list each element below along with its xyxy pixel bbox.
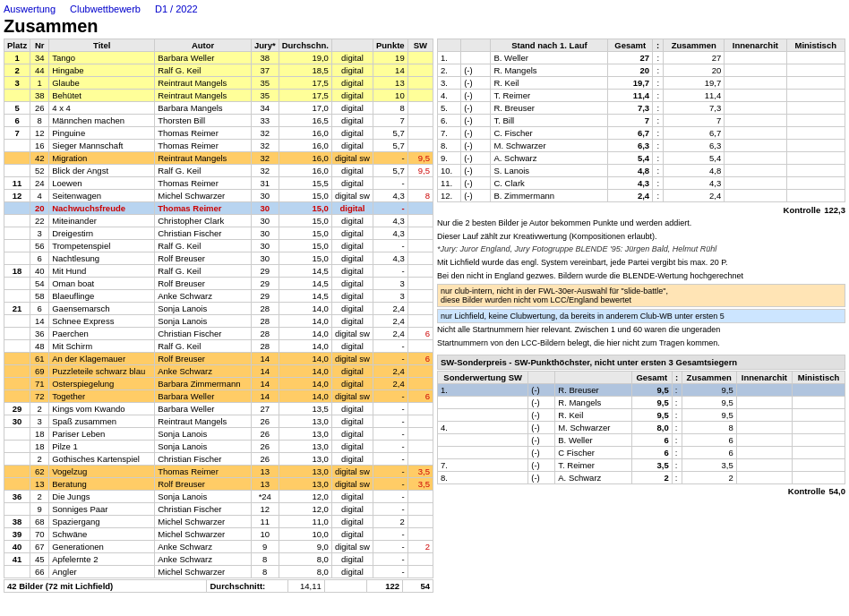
table-cell: Anke Schwarz bbox=[155, 553, 252, 566]
sw-cell bbox=[736, 471, 792, 483]
table-cell: digital bbox=[331, 503, 373, 516]
table-cell: 69 bbox=[30, 365, 49, 378]
stand-cell: 7,3 bbox=[608, 102, 653, 115]
table-cell: 4,3 bbox=[373, 227, 407, 240]
sw-cell bbox=[793, 471, 845, 483]
stand-cell: : bbox=[653, 177, 664, 190]
table-cell: 54 bbox=[30, 278, 49, 290]
table-row: 16Sieger MannschaftThomas Reimer3216,0di… bbox=[4, 140, 433, 152]
sw-section: SW-Sonderpreis - SW-Punkthöchster, nicht… bbox=[437, 355, 845, 496]
sw-cell: (-) bbox=[528, 408, 555, 421]
sw-col-mini: Ministisch bbox=[793, 371, 845, 383]
stand-cell bbox=[725, 190, 786, 202]
table-cell: 34 bbox=[30, 52, 49, 64]
stand-row: 8.(-)M. Schwarzer6,3:6,3 bbox=[438, 140, 845, 152]
stand-cell: : bbox=[653, 140, 664, 152]
table-cell: 67 bbox=[30, 541, 49, 553]
table-cell: Schnee Express bbox=[49, 315, 155, 328]
stand-cell: 6,7 bbox=[608, 127, 653, 140]
table-cell: 14 bbox=[251, 378, 279, 390]
table-cell: digital bbox=[331, 553, 373, 566]
stand-cell: : bbox=[653, 90, 664, 102]
stand-cell: 27 bbox=[608, 52, 653, 64]
table-cell: - bbox=[373, 390, 407, 403]
table-cell: 29 bbox=[251, 265, 279, 278]
stand-cell bbox=[461, 52, 491, 64]
table-cell: *24 bbox=[251, 491, 279, 503]
stand-row: 6.(-)T. Bill7:7 bbox=[438, 115, 845, 127]
table-row: 14Schnee ExpressSonja Lanois2814,0digita… bbox=[4, 315, 433, 328]
table-cell: 30 bbox=[251, 240, 279, 252]
sw-cell: (-) bbox=[528, 421, 555, 433]
table-cell: 36 bbox=[30, 328, 49, 340]
table-cell: 3 bbox=[4, 77, 30, 90]
table-cell: 2 bbox=[30, 403, 49, 415]
table-cell: digital bbox=[331, 265, 373, 278]
table-cell bbox=[407, 240, 433, 252]
stand-cell: 4,8 bbox=[664, 165, 725, 177]
table-cell: 13 bbox=[30, 478, 49, 491]
table-cell: 40 bbox=[4, 541, 30, 553]
table-cell bbox=[407, 528, 433, 541]
table-cell: Reintraut Mangels bbox=[155, 90, 252, 102]
stand-cell: M. Schwarzer bbox=[491, 140, 608, 152]
table-cell bbox=[407, 140, 433, 152]
stand-cell: R. Breuser bbox=[491, 102, 608, 115]
table-cell: Anke Schwarz bbox=[155, 541, 252, 553]
table-cell: digital bbox=[331, 378, 373, 390]
table-cell: Ralf G. Keil bbox=[155, 340, 252, 353]
table-cell bbox=[4, 378, 30, 390]
table-cell: 28 bbox=[251, 340, 279, 353]
stand-cell: : bbox=[653, 152, 664, 165]
table-cell: digital sw bbox=[331, 466, 373, 478]
stand-cell: T. Bill bbox=[491, 115, 608, 127]
sw-row: (-)R. Mangels9,5:9,5 bbox=[438, 396, 845, 408]
table-cell: - bbox=[373, 566, 407, 578]
table-cell bbox=[407, 90, 433, 102]
table-cell: 10 bbox=[373, 90, 407, 102]
table-cell: digital bbox=[331, 227, 373, 240]
stand-table-body: 1.B. Weller27:272.(-)R. Mangels20:203.(-… bbox=[438, 52, 845, 202]
table-cell: 3,5 bbox=[407, 466, 433, 478]
table-cell bbox=[4, 566, 30, 578]
table-cell: 14 bbox=[251, 390, 279, 403]
table-cell: Together bbox=[49, 390, 155, 403]
sw-cell bbox=[736, 408, 792, 421]
stand-col-gesamt: Gesamt bbox=[608, 39, 653, 52]
table-cell: 17,0 bbox=[279, 102, 331, 115]
stand-cell: (-) bbox=[461, 190, 491, 202]
table-cell bbox=[4, 315, 30, 328]
stand-cell: 2,4 bbox=[608, 190, 653, 202]
stand-cell: (-) bbox=[461, 152, 491, 165]
table-cell: 13 bbox=[251, 478, 279, 491]
table-cell: 14,0 bbox=[279, 378, 331, 390]
table-cell: 32 bbox=[251, 140, 279, 152]
stand-cell: : bbox=[653, 64, 664, 77]
table-cell: digital bbox=[331, 64, 373, 77]
table-cell: 70 bbox=[30, 528, 49, 541]
table-cell: Blick der Angst bbox=[49, 165, 155, 177]
table-cell: 2,4 bbox=[373, 303, 407, 315]
table-cell: - bbox=[373, 403, 407, 415]
table-cell: 15,0 bbox=[279, 227, 331, 240]
stand-cell: 9. bbox=[438, 152, 461, 165]
table-cell: Anke Schwarz bbox=[155, 365, 252, 378]
stand-cell bbox=[786, 115, 845, 127]
table-cell: digital bbox=[331, 365, 373, 378]
table-cell: 71 bbox=[30, 378, 49, 390]
stand-cell: 7 bbox=[608, 115, 653, 127]
stand-cell: : bbox=[653, 52, 664, 64]
sw-row: (-)B. Weller6:6 bbox=[438, 433, 845, 446]
table-cell: 12 bbox=[4, 190, 30, 202]
table-cell: Sonja Lanois bbox=[155, 441, 252, 453]
table-cell: 8 bbox=[30, 115, 49, 127]
table-cell: 3 bbox=[30, 415, 49, 428]
stand-cell: 1. bbox=[438, 52, 461, 64]
table-cell: 9,0 bbox=[279, 541, 331, 553]
table-cell: 16,0 bbox=[279, 127, 331, 140]
table-cell: 2 bbox=[30, 491, 49, 503]
table-cell: 18 bbox=[4, 265, 30, 278]
stand-cell: R. Keil bbox=[491, 77, 608, 90]
table-cell bbox=[4, 478, 30, 491]
table-cell: 14,0 bbox=[279, 353, 331, 365]
